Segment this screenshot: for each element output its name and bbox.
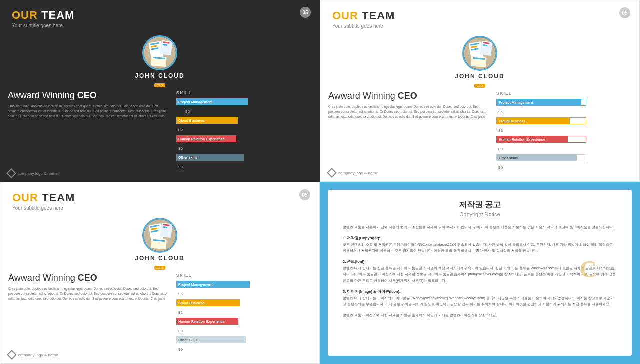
award-normal-3: Awward Winning [8, 273, 76, 283]
slide-3-number: 05 [300, 190, 310, 200]
slide-2-content: Awward Winning CEO Cras justo odio, dapi… [320, 89, 640, 175]
skill-3-cb-name: Cloud Business [178, 302, 205, 305]
slide-3-award: Awward Winning CEO [8, 273, 170, 284]
paper-2-2 [480, 41, 493, 56]
avatar-decoration-2 [464, 38, 496, 70]
copyright-c-icon: C [580, 256, 597, 283]
slide-2-bio: Cras justo odio, dapibus ac facilisis in… [328, 104, 490, 119]
skill-3-pm-score: 95 [178, 292, 183, 296]
paper-2 [160, 40, 173, 56]
slide-1-bio: Cras justo odio, dapibus ac facilisis in… [8, 104, 170, 118]
slide-2-subtitle: Your subtitle goes here [332, 24, 628, 29]
slide-3-left: Awward Winning CEO Cras justo odio, dapi… [8, 273, 170, 355]
slide-1-footer: company logo & name [8, 170, 58, 177]
slide-2: OUR TEAM Your subtitle goes here 05 [320, 0, 640, 182]
copyright-section-1-title: 1. 저작권(Copyright): [343, 236, 617, 241]
copyright-panel: 저작권 공고 Copyright Notice 콘텐츠 제품을 사용하기 전에 … [328, 190, 632, 356]
skill-cb-score: 82 [178, 128, 183, 132]
skill-3-os-name: Other skills [178, 338, 198, 342]
slide-2-role-badge: CEO [474, 84, 485, 88]
slide-3-team: TEAM [42, 192, 75, 204]
skill-pm-name: Project Management [178, 100, 212, 104]
slide-3-title: OUR TEAM [12, 192, 308, 204]
slide-1-role-badge: CEO [154, 84, 165, 88]
copyright-section-1: 1. 저작권(Copyright): 모든 콘텐츠의 소유 및 저작권은 콘텐츠… [343, 236, 617, 254]
slide-2-our: OUR [332, 10, 358, 22]
slide-1-skills-label: SKILL [176, 90, 312, 96]
copyright-title-en: Copyright Notice [343, 212, 617, 218]
slide-3-avatar [142, 218, 178, 253]
paper-3 [151, 56, 167, 68]
slide-1-name-badge: JOHN CLOUD CEO [135, 72, 184, 88]
avatar-decoration [144, 37, 176, 69]
skill-3-os: Other skills 90 [176, 336, 312, 353]
skill-hr-name: Human Relation Experience [178, 138, 225, 141]
skill-3-os-score: 90 [178, 348, 183, 352]
skill-3-cb: Cloud Business 82 [176, 300, 312, 316]
skill-2-hr-score: 80 [498, 147, 503, 152]
slide-3-our: OUR [12, 192, 38, 204]
award-bold-3: CEO [78, 273, 98, 283]
skill-os-name: Other skills [178, 156, 198, 160]
slide-1-skills: SKILL Project Management 95 Cloud Busine… [176, 90, 312, 172]
slide-3-content: Awward Winning CEO Cras justo odio, dapi… [0, 271, 320, 357]
slide-1-left: Awward Winning CEO Cras justo odio, dapi… [8, 90, 170, 172]
copyright-section-3-text: 콘텐츠 내에 탑재되는 이미지와 이아이콘은 Pixabay(pixabay.c… [343, 296, 617, 308]
skill-2-pm-name: Project Management [499, 101, 533, 104]
slide-2-title: OUR TEAM [332, 10, 628, 22]
slide-2-footer: company logo & name [328, 170, 378, 176]
skill-3-cb-score: 82 [178, 310, 183, 315]
skill-os: Other skills 90 [176, 154, 312, 170]
skill-2-os: Other skills 90 [496, 154, 632, 171]
copyright-title-kr: 저작권 공고 [343, 200, 617, 210]
slide-2-avatar [462, 36, 498, 71]
skill-2-pm: Project Management 95 [496, 99, 632, 116]
slide-1-person-name: JOHN CLOUD [135, 72, 184, 80]
skill-3-pm: Project Management 95 [176, 281, 312, 298]
award-bold-2: CEO [398, 91, 418, 101]
slide-3-person-name: JOHN CLOUD [135, 255, 184, 262]
slide-1-team: TEAM [42, 9, 74, 22]
slide-4: 저작권 공고 Copyright Notice 콘텐츠 제품을 사용하기 전에 … [320, 182, 640, 364]
slide-1-award: Awward Winning CEO [8, 90, 170, 101]
slide-2-skills: SKILL Project Management 95 Cloud Busine… [496, 91, 632, 173]
slide-1-title: OUR TEAM [12, 9, 308, 22]
skill-2-cb-name: Cloud Business [499, 120, 526, 123]
copyright-section-3: 3. 이미지(Image) & 아이콘(Icon): 콘텐츠 내에 탑재되는 이… [343, 290, 617, 308]
skill-2-os-name: Other skills [499, 156, 518, 160]
copyright-section-2-text: 콘텐츠 내에 탑재되는 한글 폰트는 네이버 나눔글꼴 저작권이 해당 제작자에… [343, 266, 617, 284]
skill-3-hr-score: 80 [178, 329, 183, 334]
skill-2-hr: Human Relation Experience 80 [496, 136, 632, 152]
slide-1-our: OUR [12, 9, 38, 22]
award-normal: Awward Winning [8, 90, 75, 100]
slide-1-subtitle: Your subtitle goes here [12, 23, 308, 28]
paper-2-3 [471, 56, 487, 68]
slide-2-skills-label: SKILL [496, 91, 632, 96]
slide-3-header: OUR TEAM Your subtitle goes here [0, 182, 320, 214]
skill-3-pm-name: Project Management [178, 283, 212, 286]
logo-text-2: company logo & name [338, 171, 378, 176]
slide-3-role-badge: CEO [154, 266, 165, 270]
slide-1-number: 05 [300, 7, 311, 18]
logo-text-3: company logo & name [18, 353, 58, 358]
copyright-intro: 콘텐츠 제품을 사용하기 전에 다음의 협약과 조항들을 자세히 읽어 주시기 … [343, 224, 617, 231]
skill-3-hr-name: Human Relation Experience [178, 320, 225, 324]
logo-icon-1 [6, 168, 16, 178]
slide-3-footer: company logo & name [8, 352, 58, 358]
skill-2-pm-score: 95 [498, 110, 503, 114]
award-bold: CEO [78, 90, 97, 100]
avatar-decoration-3 [144, 220, 176, 252]
copyright-section-2: 2. 폰트(font): 콘텐츠 내에 탑재되는 한글 폰트는 네이버 나눔글꼴… [343, 260, 617, 284]
logo-icon-2 [327, 168, 337, 178]
skill-3-hr: Human Relation Experience 80 [176, 318, 312, 334]
logo-icon-3 [7, 350, 17, 360]
skill-2-os-score: 90 [498, 166, 503, 170]
slide-2-person-name: JOHN CLOUD [455, 73, 504, 80]
copyright-footer: 콘텐츠 제품 라이선스에 대한 자세한 사항은 홈페이지 하단에 가재된 콘텐츠… [343, 313, 617, 318]
slide-1-content: Awward Winning CEO Cras justo odio, dapi… [0, 88, 320, 174]
skill-2-hr-name: Human Relation Experience [499, 138, 546, 142]
skill-hr-score: 80 [178, 146, 183, 151]
skill-2-cb: Cloud Business 82 [496, 118, 632, 134]
slide-3-bio: Cras justo odio, dapibus ac facilisis in… [8, 286, 170, 301]
slide-2-header: OUR TEAM Your subtitle goes here [320, 0, 640, 32]
